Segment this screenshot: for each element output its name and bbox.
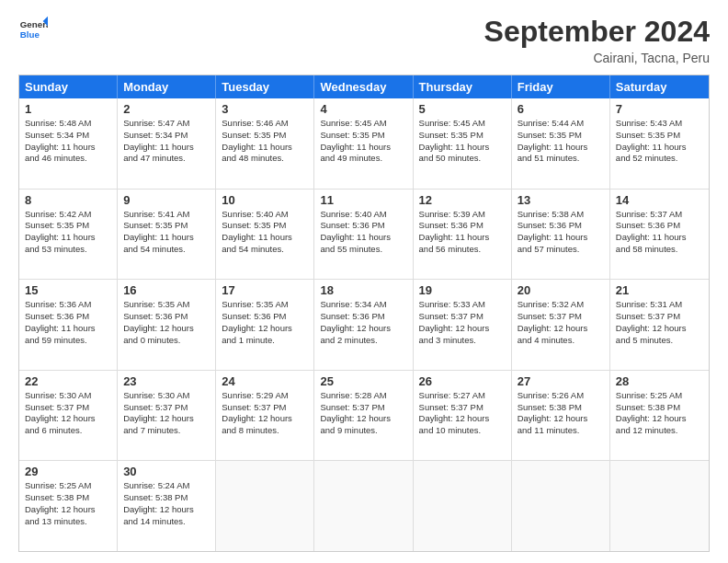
- cell-daylight-info: Sunrise: 5:25 AM Sunset: 5:38 PM Dayligh…: [616, 390, 703, 437]
- calendar-cell-1-4: 4Sunrise: 5:45 AM Sunset: 5:35 PM Daylig…: [314, 98, 413, 189]
- calendar-cell-5-6: [512, 461, 610, 551]
- cell-daylight-info: Sunrise: 5:32 AM Sunset: 5:37 PM Dayligh…: [518, 299, 604, 346]
- cell-daylight-info: Sunrise: 5:30 AM Sunset: 5:37 PM Dayligh…: [123, 390, 210, 437]
- cell-daylight-info: Sunrise: 5:29 AM Sunset: 5:37 PM Dayligh…: [222, 390, 308, 437]
- calendar-header: Sunday Monday Tuesday Wednesday Thursday…: [19, 75, 709, 98]
- calendar-cell-4-4: 25Sunrise: 5:28 AM Sunset: 5:37 PM Dayli…: [314, 371, 413, 461]
- calendar: Sunday Monday Tuesday Wednesday Thursday…: [18, 75, 710, 552]
- header-sunday: Sunday: [19, 75, 118, 98]
- calendar-cell-2-1: 8Sunrise: 5:42 AM Sunset: 5:35 PM Daylig…: [19, 190, 118, 280]
- calendar-cell-3-6: 20Sunrise: 5:32 AM Sunset: 5:37 PM Dayli…: [512, 280, 610, 370]
- day-number: 8: [25, 193, 111, 207]
- calendar-cell-2-5: 12Sunrise: 5:39 AM Sunset: 5:36 PM Dayli…: [414, 190, 512, 280]
- calendar-cell-4-2: 23Sunrise: 5:30 AM Sunset: 5:37 PM Dayli…: [118, 371, 216, 461]
- calendar-row-1: 1Sunrise: 5:48 AM Sunset: 5:34 PM Daylig…: [19, 98, 709, 190]
- calendar-cell-3-1: 15Sunrise: 5:36 AM Sunset: 5:36 PM Dayli…: [19, 280, 118, 370]
- cell-daylight-info: Sunrise: 5:40 AM Sunset: 5:36 PM Dayligh…: [320, 209, 406, 256]
- cell-daylight-info: Sunrise: 5:34 AM Sunset: 5:36 PM Dayligh…: [320, 299, 406, 346]
- day-number: 28: [616, 374, 703, 388]
- header-thursday: Thursday: [414, 75, 512, 98]
- day-number: 3: [222, 102, 308, 116]
- day-number: 26: [419, 374, 506, 388]
- calendar-cell-5-4: [314, 461, 413, 551]
- calendar-cell-2-4: 11Sunrise: 5:40 AM Sunset: 5:36 PM Dayli…: [314, 190, 413, 280]
- day-number: 11: [320, 193, 406, 207]
- month-title: September 2024: [484, 15, 710, 49]
- day-number: 24: [222, 374, 308, 388]
- cell-daylight-info: Sunrise: 5:39 AM Sunset: 5:36 PM Dayligh…: [419, 209, 506, 256]
- calendar-cell-5-2: 30Sunrise: 5:24 AM Sunset: 5:38 PM Dayli…: [118, 461, 216, 551]
- calendar-cell-4-7: 28Sunrise: 5:25 AM Sunset: 5:38 PM Dayli…: [610, 371, 709, 461]
- calendar-cell-2-7: 14Sunrise: 5:37 AM Sunset: 5:36 PM Dayli…: [610, 190, 709, 280]
- cell-daylight-info: Sunrise: 5:46 AM Sunset: 5:35 PM Dayligh…: [222, 118, 308, 165]
- cell-daylight-info: Sunrise: 5:26 AM Sunset: 5:38 PM Dayligh…: [518, 390, 604, 437]
- header-monday: Monday: [118, 75, 216, 98]
- day-number: 23: [123, 374, 210, 388]
- cell-daylight-info: Sunrise: 5:45 AM Sunset: 5:35 PM Dayligh…: [320, 118, 406, 165]
- cell-daylight-info: Sunrise: 5:40 AM Sunset: 5:35 PM Dayligh…: [222, 209, 308, 256]
- day-number: 22: [25, 374, 111, 388]
- cell-daylight-info: Sunrise: 5:27 AM Sunset: 5:37 PM Dayligh…: [419, 390, 506, 437]
- cell-daylight-info: Sunrise: 5:33 AM Sunset: 5:37 PM Dayligh…: [419, 299, 506, 346]
- calendar-cell-1-7: 7Sunrise: 5:43 AM Sunset: 5:35 PM Daylig…: [610, 98, 709, 189]
- day-number: 29: [25, 465, 111, 478]
- calendar-cell-4-3: 24Sunrise: 5:29 AM Sunset: 5:37 PM Dayli…: [216, 371, 314, 461]
- cell-daylight-info: Sunrise: 5:44 AM Sunset: 5:35 PM Dayligh…: [518, 118, 604, 165]
- day-number: 25: [320, 374, 406, 388]
- calendar-cell-5-7: [610, 461, 709, 551]
- calendar-cell-1-3: 3Sunrise: 5:46 AM Sunset: 5:35 PM Daylig…: [216, 98, 314, 189]
- calendar-cell-3-4: 18Sunrise: 5:34 AM Sunset: 5:36 PM Dayli…: [314, 280, 413, 370]
- calendar-cell-4-6: 27Sunrise: 5:26 AM Sunset: 5:38 PM Dayli…: [512, 371, 610, 461]
- day-number: 13: [518, 193, 604, 207]
- cell-daylight-info: Sunrise: 5:31 AM Sunset: 5:37 PM Dayligh…: [616, 299, 703, 346]
- calendar-cell-3-7: 21Sunrise: 5:31 AM Sunset: 5:37 PM Dayli…: [610, 280, 709, 370]
- day-number: 2: [123, 102, 210, 116]
- day-number: 16: [123, 283, 210, 297]
- calendar-cell-2-6: 13Sunrise: 5:38 AM Sunset: 5:36 PM Dayli…: [512, 190, 610, 280]
- cell-daylight-info: Sunrise: 5:38 AM Sunset: 5:36 PM Dayligh…: [518, 209, 604, 256]
- calendar-cell-1-5: 5Sunrise: 5:45 AM Sunset: 5:35 PM Daylig…: [414, 98, 512, 189]
- day-number: 14: [616, 193, 703, 207]
- header-friday: Friday: [512, 75, 610, 98]
- cell-daylight-info: Sunrise: 5:35 AM Sunset: 5:36 PM Dayligh…: [222, 299, 308, 346]
- svg-text:Blue: Blue: [20, 29, 40, 40]
- day-number: 19: [419, 283, 506, 297]
- cell-daylight-info: Sunrise: 5:45 AM Sunset: 5:35 PM Dayligh…: [419, 118, 506, 165]
- calendar-row-2: 8Sunrise: 5:42 AM Sunset: 5:35 PM Daylig…: [19, 190, 709, 281]
- cell-daylight-info: Sunrise: 5:37 AM Sunset: 5:36 PM Dayligh…: [616, 209, 703, 256]
- calendar-body: 1Sunrise: 5:48 AM Sunset: 5:34 PM Daylig…: [19, 98, 709, 551]
- calendar-cell-1-1: 1Sunrise: 5:48 AM Sunset: 5:34 PM Daylig…: [19, 98, 118, 189]
- header-wednesday: Wednesday: [314, 75, 413, 98]
- logo-icon: General Blue: [18, 15, 48, 44]
- location: Cairani, Tacna, Peru: [484, 51, 710, 65]
- cell-daylight-info: Sunrise: 5:43 AM Sunset: 5:35 PM Dayligh…: [616, 118, 703, 165]
- day-number: 6: [518, 102, 604, 116]
- page-header: General Blue September 2024 Cairani, Tac…: [18, 15, 710, 65]
- calendar-cell-4-1: 22Sunrise: 5:30 AM Sunset: 5:37 PM Dayli…: [19, 371, 118, 461]
- day-number: 4: [320, 102, 406, 116]
- day-number: 9: [123, 193, 210, 207]
- cell-daylight-info: Sunrise: 5:42 AM Sunset: 5:35 PM Dayligh…: [25, 209, 111, 256]
- calendar-cell-5-3: [216, 461, 314, 551]
- cell-daylight-info: Sunrise: 5:35 AM Sunset: 5:36 PM Dayligh…: [123, 299, 210, 346]
- day-number: 15: [25, 283, 111, 297]
- calendar-cell-1-2: 2Sunrise: 5:47 AM Sunset: 5:34 PM Daylig…: [118, 98, 216, 189]
- day-number: 5: [419, 102, 506, 116]
- calendar-cell-1-6: 6Sunrise: 5:44 AM Sunset: 5:35 PM Daylig…: [512, 98, 610, 189]
- calendar-cell-3-3: 17Sunrise: 5:35 AM Sunset: 5:36 PM Dayli…: [216, 280, 314, 370]
- logo: General Blue: [18, 15, 48, 44]
- calendar-cell-3-2: 16Sunrise: 5:35 AM Sunset: 5:36 PM Dayli…: [118, 280, 216, 370]
- calendar-cell-5-5: [414, 461, 512, 551]
- cell-daylight-info: Sunrise: 5:48 AM Sunset: 5:34 PM Dayligh…: [25, 118, 111, 165]
- day-number: 30: [123, 465, 210, 478]
- day-number: 12: [419, 193, 506, 207]
- cell-daylight-info: Sunrise: 5:47 AM Sunset: 5:34 PM Dayligh…: [123, 118, 210, 165]
- cell-daylight-info: Sunrise: 5:30 AM Sunset: 5:37 PM Dayligh…: [25, 390, 111, 437]
- cell-daylight-info: Sunrise: 5:24 AM Sunset: 5:38 PM Dayligh…: [123, 480, 210, 527]
- cell-daylight-info: Sunrise: 5:41 AM Sunset: 5:35 PM Dayligh…: [123, 209, 210, 256]
- calendar-row-4: 22Sunrise: 5:30 AM Sunset: 5:37 PM Dayli…: [19, 371, 709, 462]
- cell-daylight-info: Sunrise: 5:28 AM Sunset: 5:37 PM Dayligh…: [320, 390, 406, 437]
- title-block: September 2024 Cairani, Tacna, Peru: [484, 15, 710, 65]
- day-number: 20: [518, 283, 604, 297]
- cell-daylight-info: Sunrise: 5:25 AM Sunset: 5:38 PM Dayligh…: [25, 480, 111, 527]
